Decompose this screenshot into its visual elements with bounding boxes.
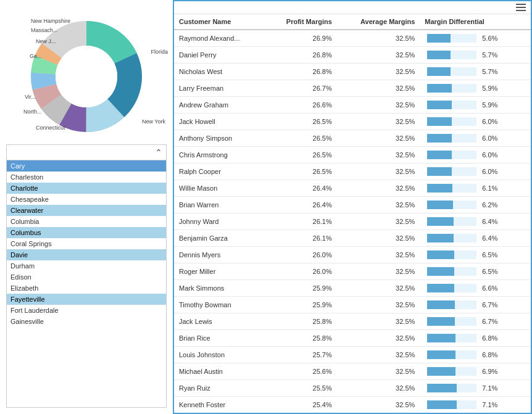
cell-diff: 6.5% [420, 247, 531, 263]
label-vir: Vir... [25, 94, 36, 100]
hamburger-line-1 [516, 4, 526, 5]
cell-profit: 26.5% [265, 114, 337, 130]
cell-avg: 32.5% [337, 230, 420, 247]
cell-customer-name: Brian Rice [174, 330, 265, 347]
cell-diff: 5.6% [420, 30, 531, 47]
cell-diff: 6.0% [420, 130, 531, 147]
cell-profit: 26.5% [265, 147, 337, 164]
donut-svg [25, 15, 148, 138]
cell-avg: 32.5% [337, 64, 420, 80]
cell-customer-name: Chris Armstrong [174, 147, 265, 164]
cell-diff: 6.7% [420, 313, 531, 330]
cell-customer-name: Larry Freeman [174, 80, 265, 97]
cell-diff: 6.8% [420, 347, 531, 363]
cell-avg: 32.5% [337, 297, 420, 313]
cell-customer-name: Ralph Cooper [174, 164, 265, 180]
hamburger-line-2 [516, 7, 526, 8]
cell-diff: 6.5% [420, 263, 531, 280]
cell-diff: 6.6% [420, 280, 531, 297]
col-customer-name[interactable]: Customer Name [174, 14, 265, 30]
cell-avg: 32.5% [337, 147, 420, 164]
cell-profit: 26.1% [265, 230, 337, 247]
list-item[interactable]: Chesapeake [7, 194, 166, 205]
table-row: Ralph Cooper 26.5% 32.5% 6.0% [174, 164, 531, 180]
table-row: Anthony Simpson 26.5% 32.5% 6.0% [174, 130, 531, 147]
cell-avg: 32.5% [337, 363, 420, 380]
col-profit-margins[interactable]: Profit Margins [265, 14, 337, 30]
cell-customer-name: Dennis Myers [174, 247, 265, 263]
cell-customer-name: Benjamin Garza [174, 230, 265, 247]
cell-customer-name: Nicholas West [174, 64, 265, 80]
list-item[interactable]: Charlotte [7, 183, 166, 194]
cell-avg: 32.5% [337, 80, 420, 97]
cell-customer-name: Johnny Ward [174, 213, 265, 230]
hamburger-line-3 [516, 10, 526, 11]
table-row: Louis Johnston 25.7% 32.5% 6.8% [174, 347, 531, 363]
list-item[interactable]: Elizabeth [7, 283, 166, 294]
cell-avg: 32.5% [337, 47, 420, 64]
table-body: Raymond Alexand... 26.9% 32.5% 5.6% Dani… [174, 30, 531, 413]
cell-diff: 5.9% [420, 97, 531, 114]
cell-avg: 32.5% [337, 30, 420, 47]
list-item[interactable]: Columbus [7, 227, 166, 238]
cell-avg: 32.5% [337, 213, 420, 230]
cell-profit: 26.5% [265, 164, 337, 180]
cell-profit: 25.8% [265, 330, 337, 347]
cell-avg: 32.5% [337, 263, 420, 280]
list-item[interactable]: Durham [7, 260, 166, 271]
city-list-body[interactable]: CaryCharlestonCharlotteChesapeakeClearwa… [7, 160, 166, 407]
list-item[interactable]: Fayetteville [7, 294, 166, 305]
cell-profit: 26.0% [265, 247, 337, 263]
table-row: Nicholas West 26.8% 32.5% 5.7% [174, 64, 531, 80]
data-table-container[interactable]: Customer Name Profit Margins Average Mar… [174, 14, 531, 413]
table-row: Jack Lewis 25.8% 32.5% 6.7% [174, 313, 531, 330]
cell-avg: 32.5% [337, 347, 420, 363]
left-panel: New Hampshire Massach... New J... Ge... … [0, 0, 173, 414]
cell-diff: 6.4% [420, 230, 531, 247]
menu-icon[interactable] [516, 4, 526, 11]
cell-profit: 25.4% [265, 397, 337, 413]
table-row: Kenneth Foster 25.4% 32.5% 7.1% [174, 397, 531, 413]
cell-avg: 32.5% [337, 280, 420, 297]
table-row: Dennis Myers 26.0% 32.5% 6.5% [174, 247, 531, 263]
label-north: North... [23, 109, 42, 115]
header-row: Customer Name Profit Margins Average Mar… [174, 14, 531, 30]
cell-diff: 6.0% [420, 147, 531, 164]
panel-header [174, 1, 531, 14]
sort-icon[interactable]: ⌃ [155, 147, 162, 157]
list-item[interactable]: Davie [7, 249, 166, 260]
cell-customer-name: Jack Lewis [174, 313, 265, 330]
table-row: Andrew Graham 26.6% 32.5% 5.9% [174, 97, 531, 114]
cell-avg: 32.5% [337, 114, 420, 130]
cell-profit: 25.5% [265, 380, 337, 397]
list-item[interactable]: Edison [7, 271, 166, 283]
cell-profit: 26.8% [265, 47, 337, 64]
table-row: Johnny Ward 26.1% 32.5% 6.4% [174, 213, 531, 230]
list-item[interactable]: Gainesville [7, 316, 166, 327]
table-row: Michael Austin 25.6% 32.5% 6.9% [174, 363, 531, 380]
table-row: Roger Miller 26.0% 32.5% 6.5% [174, 263, 531, 280]
cell-diff: 6.9% [420, 363, 531, 380]
cell-profit: 26.7% [265, 80, 337, 97]
cell-profit: 26.4% [265, 197, 337, 213]
cell-profit: 26.6% [265, 97, 337, 114]
cell-customer-name: Andrew Graham [174, 97, 265, 114]
col-margin-differential[interactable]: Margin Differential [420, 14, 531, 30]
cell-avg: 32.5% [337, 130, 420, 147]
cell-avg: 32.5% [337, 197, 420, 213]
list-item[interactable]: Cary [7, 160, 166, 172]
cell-diff: 5.7% [420, 47, 531, 64]
list-item[interactable]: Fort Lauderdale [7, 305, 166, 316]
cell-profit: 26.1% [265, 213, 337, 230]
list-item[interactable]: Charleston [7, 172, 166, 183]
cell-diff: 7.1% [420, 380, 531, 397]
data-table: Customer Name Profit Margins Average Mar… [174, 14, 531, 413]
cell-customer-name: Brian Warren [174, 197, 265, 213]
list-item[interactable]: Columbia [7, 216, 166, 227]
table-row: Raymond Alexand... 26.9% 32.5% 5.6% [174, 30, 531, 47]
list-item[interactable]: Clearwater [7, 205, 166, 216]
col-average-margins[interactable]: Average Margins [337, 14, 420, 30]
list-item[interactable]: Coral Springs [7, 238, 166, 249]
cell-avg: 32.5% [337, 380, 420, 397]
table-row: Mark Simmons 25.9% 32.5% 6.6% [174, 280, 531, 297]
